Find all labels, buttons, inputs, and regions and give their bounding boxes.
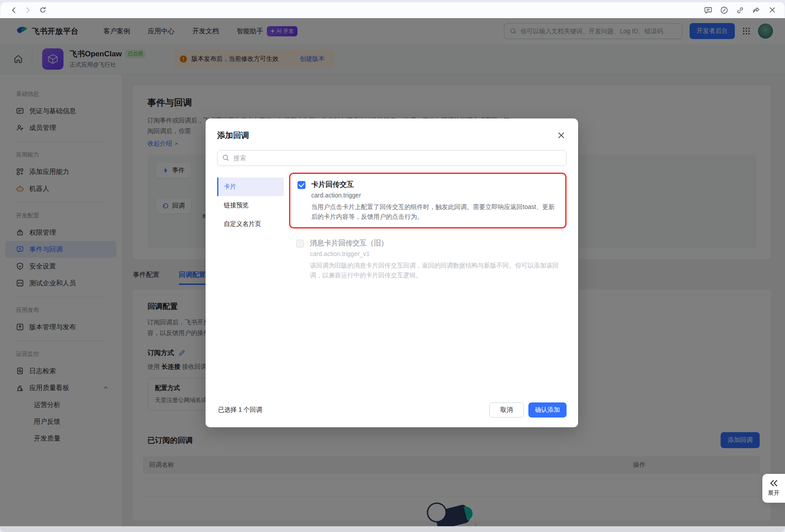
expand-panel-button[interactable]: 展开 (762, 474, 785, 503)
refresh-icon[interactable] (36, 4, 49, 17)
forward-icon[interactable] (21, 4, 34, 17)
category-link-preview[interactable]: 链接预览 (217, 196, 284, 215)
search-icon (222, 154, 230, 162)
close-window-icon[interactable] (767, 5, 777, 16)
expand-label: 展开 (768, 489, 780, 497)
window-bottom-edge (0, 526, 785, 532)
cancel-button[interactable]: 取消 (489, 402, 524, 418)
checkbox-checked[interactable] (297, 181, 305, 189)
comment-icon[interactable] (703, 5, 714, 16)
option-code: card.action.trigger (311, 191, 558, 200)
option-description: 当用户点击卡片上配置了回传交互的组件时，触发此回调。需要立即响应返回toast、… (311, 202, 558, 221)
category-custom-profile[interactable]: 自定义名片页 (217, 215, 284, 233)
compass-icon[interactable] (719, 5, 729, 16)
category-card[interactable]: 卡片 (217, 177, 284, 196)
double-chevron-left-icon (770, 480, 778, 487)
add-callback-modal: 添加回调 卡片 链接预览 自定义名片页 卡片回传交互 (206, 118, 578, 427)
share-icon[interactable] (751, 5, 761, 16)
callback-options: 卡片回传交互 card.action.trigger 当用户点击卡片上配置了回传… (284, 177, 567, 402)
browser-window: 飞书开放平台 客户案例 应用中心 开发文档 智能助手 AI 开发 (0, 0, 785, 532)
option-card-action-trigger-v1: 消息卡片回传交互（旧） card.action.trigger_v1 该回调为旧… (289, 234, 567, 284)
link-icon[interactable] (735, 5, 745, 16)
modal-close-icon[interactable] (557, 131, 566, 140)
browser-chrome (0, 2, 785, 18)
option-title: 卡片回传交互 (311, 180, 558, 189)
modal-search-input[interactable] (217, 150, 567, 166)
modal-title: 添加回调 (217, 130, 249, 141)
confirm-add-button[interactable]: 确认添加 (528, 402, 567, 418)
selected-count-text: 已选择 1 个回调 (218, 406, 262, 414)
option-card-action-trigger[interactable]: 卡片回传交互 card.action.trigger 当用户点击卡片上配置了回传… (289, 173, 567, 229)
back-icon[interactable] (8, 4, 21, 17)
option-code: card.action.trigger_v1 (310, 249, 559, 258)
option-description: 该回调为旧版的消息卡片回传交互回调，返回的回调数据结构与新版不同。你可以添加该回… (310, 260, 559, 280)
callback-categories: 卡片 链接预览 自定义名片页 (217, 177, 284, 402)
checkbox-disabled (296, 240, 304, 248)
option-title: 消息卡片回传交互（旧） (310, 238, 559, 248)
